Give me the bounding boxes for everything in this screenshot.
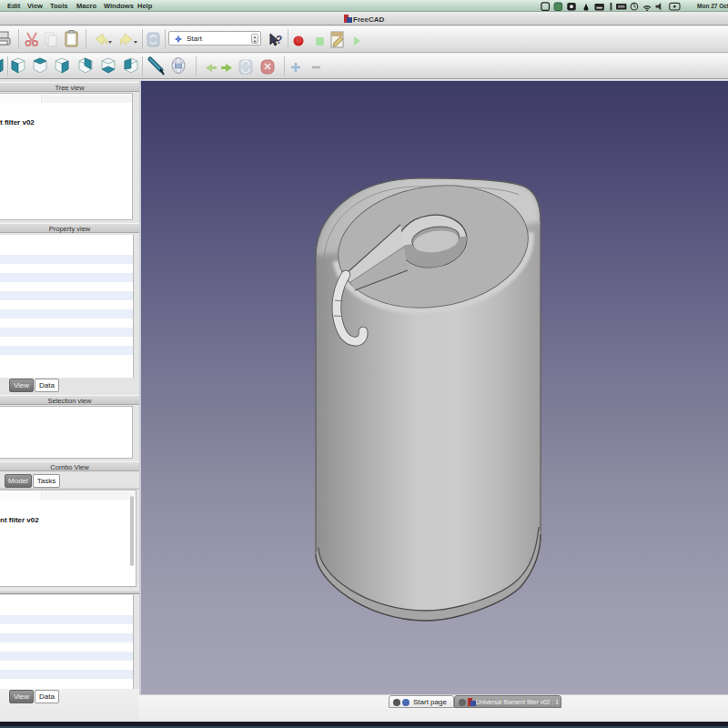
svg-text:?: ? xyxy=(276,34,282,46)
